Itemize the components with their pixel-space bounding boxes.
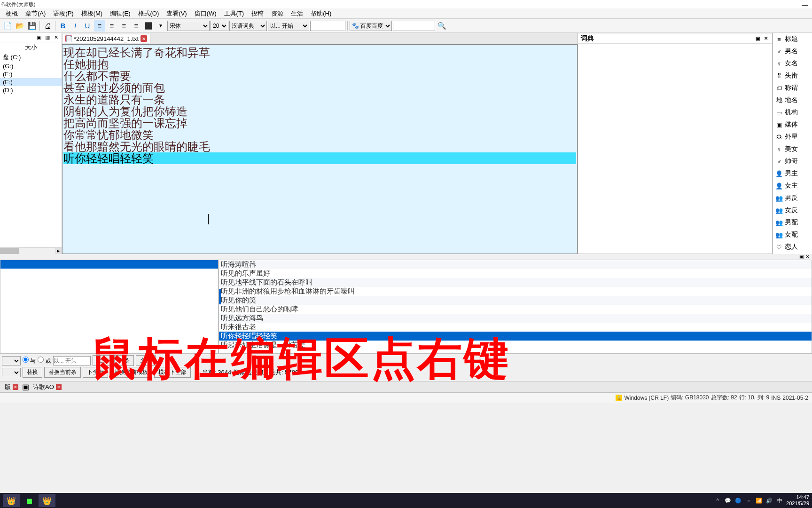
- category-item[interactable]: ▣媒体: [773, 119, 812, 131]
- drive-g[interactable]: (G:): [0, 62, 62, 70]
- panel-scrollbar[interactable]: ▶: [0, 247, 62, 254]
- search-mode-select[interactable]: 以... 开始: [268, 21, 309, 31]
- category-item[interactable]: 👤男主: [773, 167, 812, 180]
- align-justify-icon[interactable]: ≡: [131, 20, 142, 32]
- replace-button[interactable]: 替换: [23, 367, 42, 378]
- print-icon[interactable]: 🖨: [42, 20, 53, 32]
- panel-btn1-icon[interactable]: ▣: [35, 33, 43, 41]
- menu-outline[interactable]: 梗概: [2, 9, 22, 18]
- taskbar-app2[interactable]: ◼: [21, 494, 38, 507]
- new-icon[interactable]: 📄: [2, 20, 13, 32]
- category-item[interactable]: ♀美女: [773, 143, 812, 155]
- category-item[interactable]: ≡标题: [773, 33, 812, 45]
- color-dropdown-icon[interactable]: ▼: [155, 20, 166, 32]
- menu-template[interactable]: 模板(M): [78, 9, 107, 18]
- category-item[interactable]: 🎖头衔: [773, 70, 812, 82]
- menu-edit[interactable]: 编辑(E): [106, 9, 134, 18]
- align-center-icon[interactable]: ≡: [106, 20, 117, 32]
- tray-up-icon[interactable]: ^: [714, 497, 721, 504]
- menu-life[interactable]: 生活: [287, 9, 307, 18]
- drive-d[interactable]: (D:): [0, 86, 62, 94]
- search-engine-select[interactable]: 🐾 百度百度: [350, 21, 392, 31]
- btab-close-icon[interactable]: ✕: [13, 384, 18, 390]
- drive-f[interactable]: (F:): [0, 70, 62, 78]
- category-item[interactable]: ▭机构: [773, 106, 812, 119]
- menu-view[interactable]: 查看(V): [163, 9, 190, 18]
- result-line[interactable]: 听见你的笑: [219, 296, 812, 305]
- replace-select1[interactable]: [2, 356, 21, 365]
- search-icon[interactable]: 🔍: [436, 20, 447, 32]
- result-line[interactable]: 听见非洲的豺狼用步枪和血淋淋的牙齿嚎叫: [219, 287, 812, 296]
- align-right-icon[interactable]: ≡: [118, 20, 130, 32]
- bottom-tab-1[interactable]: 版 ✕: [2, 382, 21, 392]
- template-all-button[interactable]: 模板下全部: [154, 367, 191, 378]
- replace-select2[interactable]: [2, 368, 21, 377]
- category-item[interactable]: 👥男配: [773, 216, 812, 229]
- save-icon[interactable]: 💾: [26, 20, 38, 32]
- taskbar-clock[interactable]: 14:47 2021/5/29: [786, 494, 809, 507]
- bold-icon[interactable]: B: [57, 20, 69, 32]
- tray-volume-icon[interactable]: 🔊: [765, 497, 773, 504]
- tray-wifi-icon[interactable]: 📶: [755, 497, 763, 504]
- start-input[interactable]: [53, 356, 91, 365]
- category-item[interactable]: ♂帅哥: [773, 155, 812, 167]
- menu-resource[interactable]: 资源: [267, 9, 287, 18]
- drive-e[interactable]: (E:): [0, 78, 62, 86]
- category-item[interactable]: 🏷称谓: [773, 82, 812, 94]
- radio-and[interactable]: [23, 357, 29, 363]
- result-line[interactable]: 听来很古老: [219, 323, 812, 332]
- menu-window[interactable]: 窗口(W): [191, 9, 220, 18]
- menu-chapter[interactable]: 章节(A): [22, 9, 49, 18]
- category-item[interactable]: 地地名: [773, 94, 812, 106]
- result-line[interactable]: 听起来如生活像是一种苦差: [219, 341, 812, 349]
- panel-btn2-icon[interactable]: ▥: [44, 33, 51, 41]
- category-item[interactable]: 👥女配: [773, 229, 812, 241]
- menu-submit[interactable]: 投稿: [248, 9, 267, 18]
- open-icon[interactable]: 📂: [14, 20, 25, 32]
- tray-icon3[interactable]: ▫: [745, 497, 752, 504]
- all-down-button[interactable]: 下全部: [83, 367, 108, 378]
- all-button[interactable]: 全部: [136, 355, 156, 366]
- bottom-tab-2[interactable]: 诗歌AO ✕: [30, 382, 64, 392]
- tray-ime-icon[interactable]: 中: [776, 497, 783, 504]
- prev-button[interactable]: 上条: [93, 355, 112, 366]
- category-item[interactable]: 👥女反: [773, 204, 812, 216]
- replace-template-button[interactable]: 替换当前模板: [110, 367, 152, 378]
- dict-restore-icon[interactable]: ▣: [754, 35, 761, 42]
- italic-icon[interactable]: I: [70, 20, 81, 32]
- search-selection[interactable]: [0, 260, 218, 269]
- result-line[interactable]: 听见的乐声虽好: [219, 269, 812, 278]
- bottom-close-icon[interactable]: ✕: [805, 254, 809, 260]
- web-search-input[interactable]: [393, 21, 435, 31]
- tray-icon1[interactable]: 💬: [724, 497, 732, 504]
- file-tab[interactable]: 📄 *20210529144442_1.txt ✕: [62, 34, 150, 43]
- radio-or-label[interactable]: 或: [38, 357, 51, 365]
- category-item[interactable]: ♂男名: [773, 45, 812, 57]
- taskbar-app3[interactable]: 👑: [39, 494, 55, 507]
- radio-or[interactable]: [38, 357, 44, 363]
- result-line[interactable]: 听见他们自己恶心的咆哮: [219, 305, 812, 314]
- category-item[interactable]: ☊外星: [773, 131, 812, 143]
- btab-close-icon[interactable]: ✕: [56, 384, 62, 390]
- bottom-restore-icon[interactable]: ▣: [799, 254, 804, 260]
- next-button[interactable]: 下条: [114, 355, 134, 366]
- font-size-select[interactable]: 20: [211, 21, 228, 31]
- tab-close-icon[interactable]: ✕: [141, 35, 147, 42]
- menu-tools[interactable]: 工具(T): [220, 9, 248, 18]
- result-line[interactable]: 听见远方海鸟: [219, 314, 812, 323]
- menu-format[interactable]: 格式(O): [134, 9, 163, 18]
- radio-and-label[interactable]: 与: [23, 357, 36, 365]
- text-editor[interactable]: 现在却已经长满了奇花和异草任她拥抱什么都不需要甚至超过必须的面包永生的道路只有一…: [62, 44, 578, 254]
- color-picker[interactable]: [143, 20, 154, 32]
- menu-paragraph[interactable]: 语段(P): [49, 9, 77, 18]
- search-term-input[interactable]: [310, 21, 345, 31]
- panel-close-icon[interactable]: ✕: [52, 33, 60, 41]
- replace-current-button[interactable]: 替换当前条: [44, 367, 81, 378]
- menu-help[interactable]: 帮助(H): [307, 9, 335, 18]
- minimize-button[interactable]: —: [802, 1, 808, 8]
- category-item[interactable]: 👤女主: [773, 180, 812, 192]
- result-line[interactable]: 听你轻轻唱轻轻笑: [219, 332, 812, 341]
- result-line[interactable]: 听见地平线下面的石头在呼叫: [219, 278, 812, 287]
- taskbar-app1[interactable]: 👑: [3, 494, 20, 507]
- font-select[interactable]: 宋体: [167, 21, 210, 31]
